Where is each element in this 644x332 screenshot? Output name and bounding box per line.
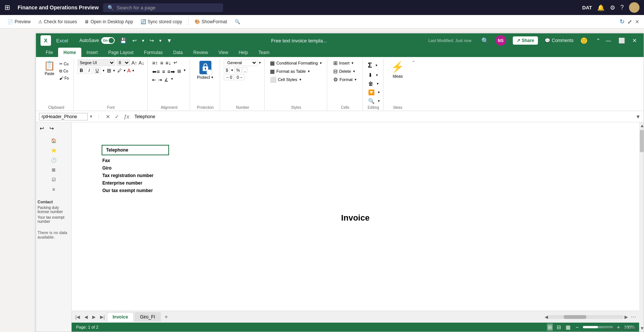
align-center-icon[interactable]: ≡ xyxy=(161,68,166,75)
font-color-dropdown[interactable]: ▼ xyxy=(132,69,135,72)
cf-dropdown[interactable]: ▼ xyxy=(319,62,322,65)
normal-view-btn[interactable]: ⊞ xyxy=(547,323,553,331)
find-select-btn[interactable]: 🔍 xyxy=(367,97,376,105)
cut-btn[interactable]: ✂ Cu xyxy=(58,61,70,67)
redo-icon[interactable]: ↪ xyxy=(150,38,154,44)
fill-btn[interactable]: ⬇ xyxy=(367,71,374,79)
delete-cells-btn[interactable]: ⊟ Delete ▼ xyxy=(331,68,358,75)
cell-styles-dropdown[interactable]: ▼ xyxy=(299,78,302,81)
copy-btn[interactable]: ⧉ Co xyxy=(58,68,70,74)
sheet-nav-prev[interactable]: ◀ xyxy=(82,313,90,321)
font-name-select[interactable]: Segoe UI xyxy=(78,59,115,66)
ribbon-collapse-icon[interactable]: ⌃ xyxy=(596,38,601,44)
tab-review[interactable]: Review xyxy=(188,48,213,57)
insert-cells-btn[interactable]: ⊞ Insert ▼ xyxy=(331,59,356,67)
h-scroll-left-btn[interactable]: ◀ xyxy=(545,314,548,320)
cancel-formula-btn[interactable]: ✕ xyxy=(104,113,112,120)
number-format-dropdown[interactable]: ▼ xyxy=(258,61,261,65)
zoom-out-btn[interactable]: − xyxy=(574,324,580,330)
delete-dropdown[interactable]: ▼ xyxy=(353,70,356,73)
tab-giro-fi[interactable]: Giro_FI xyxy=(135,312,161,321)
page-layout-view-btn[interactable]: ⊟ xyxy=(556,323,562,331)
align-left-icon[interactable]: ⬅≡ xyxy=(151,68,160,75)
sheet-scroll-area[interactable]: Telephone Fax Giro Tax registration numb… xyxy=(72,122,639,311)
fill-dropdown[interactable]: ▼ xyxy=(376,74,379,77)
nav-more[interactable]: ≡ xyxy=(37,185,70,194)
check-issues-btn[interactable]: ⚠ Check for issues xyxy=(35,18,80,26)
ideas-btn[interactable]: ⚡ Ideas xyxy=(387,59,408,80)
percent-btn[interactable]: % xyxy=(234,67,242,73)
orientation-dropdown[interactable]: ▼ xyxy=(170,77,174,83)
paste-btn[interactable]: 📋 Paste xyxy=(42,59,57,77)
sync-btn[interactable]: 🔄 Sync stored copy xyxy=(138,18,185,26)
page-search-box[interactable]: 🔍 Search for a page xyxy=(103,3,223,12)
format-dropdown[interactable]: ▼ xyxy=(354,78,357,81)
undo-dropdown-icon[interactable]: ▼ xyxy=(141,39,145,43)
preview-btn[interactable]: 📄 Preview xyxy=(4,18,34,26)
nav-tasks[interactable]: ☑ xyxy=(37,175,70,185)
sort-filter-btn[interactable]: 🔽 xyxy=(367,89,376,96)
v-scrollbar[interactable]: ▲ ▼ xyxy=(639,122,644,332)
bold-btn[interactable]: B xyxy=(78,67,85,74)
tab-team[interactable]: Team xyxy=(253,48,274,57)
name-box[interactable] xyxy=(39,113,88,120)
align-middle-icon[interactable]: ≡ xyxy=(159,59,164,67)
border-dropdown[interactable]: ▼ xyxy=(112,69,115,72)
font-color-btn[interactable]: A xyxy=(127,68,130,74)
indent-decrease-icon[interactable]: ⇤ xyxy=(151,77,157,83)
currency-dropdown[interactable]: ▼ xyxy=(231,69,234,72)
orientation-icon[interactable]: ∡ xyxy=(163,77,169,83)
ribbon-collapse-btn[interactable]: ⌃ xyxy=(412,60,415,65)
formula-expand-btn[interactable]: ▼ xyxy=(635,114,641,120)
add-sheet-btn[interactable]: + xyxy=(162,312,171,322)
increase-decimal-btn[interactable]: ←0 xyxy=(224,74,234,80)
tab-home[interactable]: Home xyxy=(58,48,81,57)
tab-help[interactable]: Help xyxy=(234,48,253,57)
tab-data[interactable]: Data xyxy=(168,48,188,57)
merge-center-icon[interactable]: ⊞ xyxy=(177,68,182,75)
tab-invoice[interactable]: Invoice xyxy=(107,312,133,321)
more-commands-icon[interactable]: ▼ xyxy=(167,38,172,44)
settings-icon[interactable]: ⚙ xyxy=(610,4,615,11)
highlight-dropdown[interactable]: ▼ xyxy=(123,69,126,72)
h-scrollbar-track[interactable] xyxy=(549,315,624,319)
font-size-select[interactable]: 8 xyxy=(117,59,130,66)
sheet-options-btn[interactable]: ⋯ xyxy=(631,314,636,320)
align-right-icon[interactable]: ≡➡ xyxy=(166,68,175,75)
align-bottom-icon[interactable]: ≡↓ xyxy=(165,59,172,67)
clear-dropdown[interactable]: ▼ xyxy=(376,82,379,86)
confirm-formula-btn[interactable]: ✓ xyxy=(113,113,121,120)
format-as-table-btn[interactable]: ▦ Format as Table ▼ xyxy=(268,68,312,75)
tab-page-layout[interactable]: Page Layout xyxy=(103,48,139,57)
format-painter-btn[interactable]: 🖌 Fo xyxy=(58,75,70,81)
cell-styles-btn[interactable]: ⬜ Cell Styles ▼ xyxy=(268,76,303,83)
underline-dropdown[interactable]: ▼ xyxy=(102,69,105,72)
clear-btn[interactable]: 🗑 xyxy=(367,80,375,87)
tab-insert[interactable]: Insert xyxy=(81,48,103,57)
sheet-nav-first[interactable]: |◀ xyxy=(73,313,82,321)
underline-btn[interactable]: U xyxy=(93,67,101,74)
expand-icon[interactable]: ⤢ xyxy=(628,19,632,25)
merge-dropdown[interactable]: ▼ xyxy=(183,68,187,75)
font-shrink-icon[interactable]: A↓ xyxy=(139,60,144,66)
sum-dropdown[interactable]: ▼ xyxy=(375,64,378,67)
show-format-btn[interactable]: 🎨 ShowFormat xyxy=(192,18,230,26)
undo-icon[interactable]: ↩ xyxy=(132,38,137,44)
currency-btn[interactable]: $ xyxy=(224,67,230,73)
align-top-icon[interactable]: ≡↑ xyxy=(151,59,159,67)
nav-home[interactable]: 🏠 xyxy=(37,136,70,146)
autosave-toggle[interactable]: On xyxy=(101,37,115,44)
indent-increase-icon[interactable]: ⇥ xyxy=(157,77,163,83)
close-excel-icon[interactable]: ✕ xyxy=(630,38,639,44)
close-btn[interactable]: ✕ xyxy=(635,19,640,25)
conditional-formatting-btn[interactable]: ▦ Conditional Formatting ▼ xyxy=(268,59,324,67)
number-format-select[interactable]: General xyxy=(224,59,258,66)
comma-btn[interactable]: , xyxy=(243,67,247,73)
page-break-view-btn[interactable]: ▦ xyxy=(565,323,571,331)
help-icon[interactable]: ? xyxy=(620,4,624,11)
nav-recent[interactable]: 🕐 xyxy=(37,155,70,165)
formula-bar-input[interactable] xyxy=(132,113,634,120)
sheet-nav-next[interactable]: ▶ xyxy=(90,313,98,321)
highlight-btn[interactable]: 🖊 xyxy=(117,68,122,73)
help-improve-label[interactable]: Help Improve Office xyxy=(603,326,640,330)
